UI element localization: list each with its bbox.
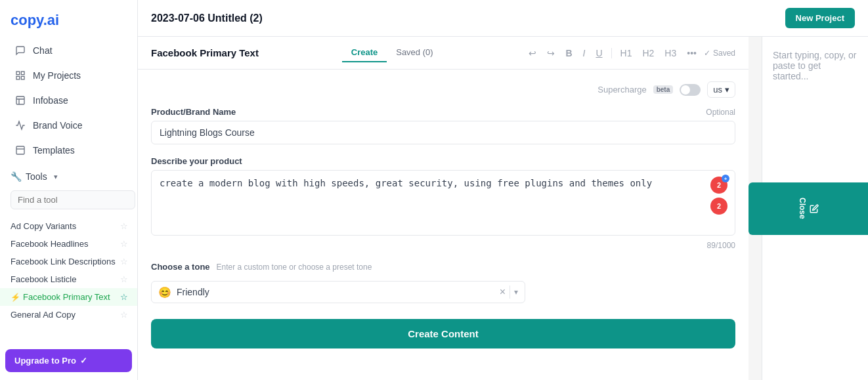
tool-label: Facebook Listicle [11, 274, 76, 284]
bubble-1: 2 + [710, 177, 727, 194]
lang-select[interactable]: us ▾ [707, 81, 735, 98]
bubble-2: 2 [710, 198, 727, 215]
tools-icon: 🔧 [11, 171, 22, 182]
h2-button[interactable]: H2 [639, 45, 657, 61]
lang-label: us [713, 85, 722, 95]
svg-rect-4 [16, 96, 24, 104]
editor-placeholder: Start typing, copy, or paste to get star… [773, 50, 856, 81]
svg-rect-2 [21, 76, 24, 79]
topbar: 2023-07-06 Untitled (2) New Project [138, 0, 868, 37]
product-brand-input[interactable] [151, 121, 735, 144]
bold-button[interactable]: B [562, 45, 575, 61]
describe-product-label: Describe your product [151, 156, 242, 166]
main-area: 2023-07-06 Untitled (2) New Project Face… [138, 0, 868, 380]
new-project-button[interactable]: New Project [785, 8, 855, 28]
nav-chat[interactable]: Chat [4, 39, 133, 62]
nav-brand-voice[interactable]: Brand Voice [4, 114, 133, 137]
nav-templates[interactable]: Templates [4, 138, 133, 162]
toolbar-divider [611, 48, 612, 58]
upgrade-label: Upgrade to Pro [14, 356, 76, 366]
tone-row: Choose a tone Enter a custom tone or cho… [151, 262, 735, 272]
svg-rect-0 [16, 72, 20, 75]
check-icon: ✓ [704, 49, 710, 58]
tool-ad-copy-variants[interactable]: Ad Copy Variants ☆ [0, 217, 137, 235]
tools-label: Tools [26, 171, 47, 182]
tool-label: Facebook Headlines [11, 239, 89, 249]
optional-label: Optional [706, 108, 735, 117]
product-brand-field: Product/Brand Name Optional [151, 107, 735, 144]
nav-infobase[interactable]: Infobase [4, 89, 133, 112]
star-icon[interactable]: ☆ [120, 239, 128, 249]
svg-rect-1 [21, 72, 24, 75]
tool-facebook-primary-text[interactable]: ⚡ Facebook Primary Text ☆ [0, 288, 137, 306]
form-title: Facebook Primary Text [151, 47, 259, 58]
nav-templates-label: Templates [33, 145, 75, 156]
create-content-button[interactable]: Create Content [151, 319, 735, 348]
redo-button[interactable]: ↪ [544, 45, 558, 61]
tool-label: Facebook Primary Text [23, 292, 110, 302]
tool-facebook-link-desc[interactable]: Facebook Link Descriptions ☆ [0, 253, 137, 270]
supercharge-toggle[interactable] [680, 84, 701, 96]
form-body: Supercharge beta us ▾ Product/Brand Name… [138, 70, 749, 380]
form-tabs: Create Saved (0) [342, 43, 443, 62]
right-area: Close Start typing, copy, or paste to ge… [749, 37, 868, 380]
textarea-wrapper: create a modern blog with high speeds, g… [151, 170, 735, 238]
tool-facebook-headlines[interactable]: Facebook Headlines ☆ [0, 235, 137, 253]
underline-button[interactable]: U [592, 45, 605, 61]
tone-value: Friendly [177, 287, 209, 297]
chevron-down-icon: ▾ [54, 173, 58, 181]
h1-button[interactable]: H1 [617, 45, 636, 61]
saved-status: ✓ Saved [704, 49, 735, 58]
editor-toolbar-inline: ↩ ↪ B I U H1 H2 H3 ••• ✓ Saved [525, 45, 735, 61]
product-brand-label: Product/Brand Name [151, 107, 236, 117]
nav-infobase-label: Infobase [33, 95, 68, 106]
star-icon[interactable]: ☆ [120, 292, 128, 302]
supercharge-label: Supercharge [597, 85, 646, 95]
tone-dropdown-button[interactable]: ▾ [514, 287, 518, 297]
char-count: 89/1000 [151, 241, 735, 250]
undo-button[interactable]: ↩ [525, 45, 540, 61]
describe-product-field: Describe your product create a modern bl… [151, 156, 735, 250]
more-button[interactable]: ••• [684, 45, 700, 61]
verified-icon: ✓ [80, 356, 87, 366]
tone-hint: Enter a custom tone or choose a preset t… [217, 263, 372, 272]
tool-label: Ad Copy Variants [11, 221, 76, 231]
italic-button[interactable]: I [580, 45, 589, 61]
star-icon[interactable]: ☆ [120, 274, 128, 284]
supercharge-bar: Supercharge beta us ▾ [151, 81, 735, 98]
nav-tools[interactable]: 🔧 Tools ▾ [0, 165, 137, 188]
logo[interactable]: copy.ai [0, 0, 137, 38]
saved-label: Saved [713, 49, 735, 58]
infobase-icon [14, 95, 26, 106]
content-area: Facebook Primary Text Create Saved (0) ↩… [138, 37, 868, 380]
tone-divider [510, 285, 510, 299]
templates-icon [14, 144, 26, 156]
tool-label: Facebook Link Descriptions [11, 257, 116, 266]
tone-clear-button[interactable]: × [500, 286, 506, 298]
tool-facebook-listicle[interactable]: Facebook Listicle ☆ [0, 270, 137, 288]
nav-my-projects[interactable]: My Projects [4, 64, 133, 87]
star-icon[interactable]: ☆ [120, 257, 128, 266]
svg-rect-5 [16, 146, 24, 154]
describe-product-textarea[interactable]: create a modern blog with high speeds, g… [151, 170, 735, 236]
tool-general-ad-copy[interactable]: General Ad Copy ☆ [0, 306, 137, 324]
beta-badge: beta [653, 85, 674, 94]
nav-my-projects-label: My Projects [33, 70, 81, 81]
h3-button[interactable]: H3 [661, 45, 680, 61]
tab-saved[interactable]: Saved (0) [387, 43, 442, 62]
tone-select[interactable]: 😊 Friendly × ▾ [151, 281, 525, 303]
tone-emoji: 😊 [158, 286, 171, 299]
star-icon[interactable]: ☆ [120, 221, 128, 231]
search-input[interactable] [11, 190, 135, 209]
close-tab-button[interactable]: Close [749, 182, 868, 235]
bubble-1-plus: + [722, 175, 729, 182]
sidebar: copy.ai Chat My Projects Infobase Brand … [0, 0, 138, 380]
star-icon[interactable]: ☆ [120, 310, 128, 320]
pencil-icon [810, 204, 819, 213]
chevron-down-icon: ▾ [725, 85, 729, 95]
nav-brand-voice-label: Brand Voice [33, 120, 83, 131]
upgrade-button[interactable]: Upgrade to Pro ✓ [5, 349, 132, 372]
svg-rect-3 [16, 76, 20, 79]
tab-create[interactable]: Create [342, 43, 387, 62]
brand-icon [14, 119, 26, 131]
